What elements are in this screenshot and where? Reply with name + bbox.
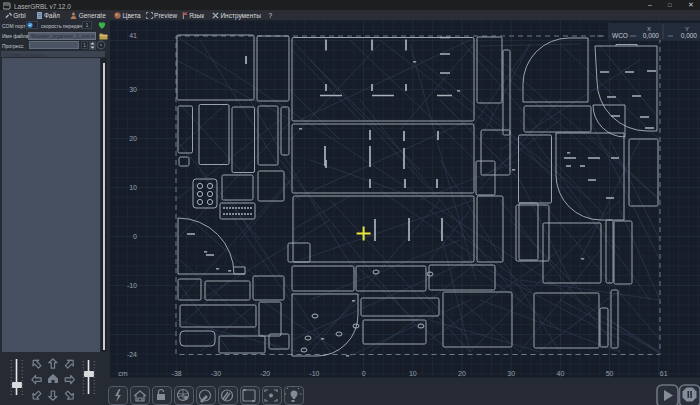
svg-text:40: 40 xyxy=(557,370,565,377)
svg-text:WCO: WCO xyxy=(612,32,628,39)
svg-text:0,000: 0,000 xyxy=(681,32,698,39)
svg-text:30: 30 xyxy=(507,370,515,377)
svg-text:-10: -10 xyxy=(127,282,137,289)
svg-text:0: 0 xyxy=(362,370,366,377)
svg-text:0: 0 xyxy=(133,233,137,240)
svg-text:30: 30 xyxy=(129,86,137,93)
svg-text:0,000: 0,000 xyxy=(643,32,660,39)
svg-text:10: 10 xyxy=(409,370,417,377)
svg-text:50: 50 xyxy=(606,370,614,377)
svg-text:10: 10 xyxy=(129,184,137,191)
svg-text:-20: -20 xyxy=(260,370,270,377)
svg-text:-38: -38 xyxy=(172,370,182,377)
svg-text:-30: -30 xyxy=(211,370,221,377)
svg-text:20: 20 xyxy=(458,370,466,377)
svg-text:-24: -24 xyxy=(127,351,137,358)
svg-text:20: 20 xyxy=(129,135,137,142)
svg-text:61: 61 xyxy=(660,370,668,377)
svg-text:-10: -10 xyxy=(309,370,319,377)
svg-text:cm: cm xyxy=(118,370,128,377)
svg-text:41: 41 xyxy=(129,32,137,39)
